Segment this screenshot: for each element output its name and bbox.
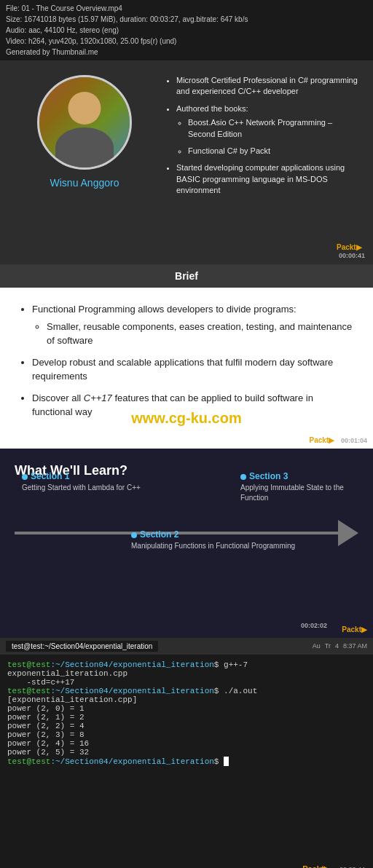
- terminal-body[interactable]: test@test:~/Section04/exponential_iterat…: [0, 655, 373, 859]
- terminal-status: Au Tr 4 8:37 AM: [313, 642, 367, 650]
- packt-watermark-learn: Packt▶ 00:02:02: [342, 626, 367, 634]
- bottom-packt-bar: Packt▶ 00:02:44: [0, 859, 373, 869]
- profile-right: Microsoft Certified Professional in C# p…: [157, 75, 361, 250]
- terminal-line-1: test@test:~/Section04/exponential_iterat…: [7, 660, 366, 678]
- profile-bullet-1: Microsoft Certified Professional in C# p…: [176, 75, 361, 98]
- profile-left: Wisnu Anggoro: [12, 75, 157, 250]
- terminal-header: test@test:~/Section04/exponential_iterat…: [0, 638, 373, 655]
- profile-bullet-3: Started developing computer applications…: [176, 162, 361, 196]
- learn-slide: What We'll Learn? Section 1 Getting Star…: [0, 449, 373, 638]
- file-info-line4: Video: h264, yuv420p, 1920x1080, 25.00 f…: [6, 36, 367, 47]
- brief-bullet-2: Develop robust and scalable applications…: [32, 355, 356, 384]
- brief-bullet-1: Functional Programming allows developers…: [32, 302, 356, 348]
- section-3-item: Section 3 Applying Immutable State to th…: [240, 471, 358, 503]
- terminal-output-1: [exponential_iteration.cpp]: [7, 695, 366, 704]
- timecode-brief: 00:01:04: [341, 437, 367, 444]
- file-info-bar: File: 01 - The Course Overview.mp4 Size:…: [0, 0, 373, 60]
- status-item-2: Tr: [325, 642, 331, 650]
- terminal-output-3: power (2, 1) = 2: [7, 713, 366, 722]
- slide-label-brief: Brief: [0, 264, 373, 288]
- watermark-cg-ku: www.cg-ku.com: [131, 410, 242, 427]
- profile-bullet-2: Authored the books: Boost.Asio C++ Netwo…: [176, 103, 361, 157]
- section2-desc: Manipulating Functions in Functional Pro…: [131, 541, 295, 551]
- brief-sub-bullet: Smaller, reusable components, eases crea…: [47, 320, 356, 348]
- terminal-output-4: power (2, 2) = 4: [7, 722, 366, 730]
- brief-slide: Functional Programming allows developers…: [0, 288, 373, 449]
- timecode-bottom: 00:02:44: [337, 865, 367, 869]
- section1-desc: Getting Started with Lambda for C++: [22, 483, 141, 493]
- terminal-line-1b: -std=c++17: [7, 678, 366, 687]
- timeline-container: Section 1 Getting Started with Lambda fo…: [15, 522, 358, 544]
- cppversion-text: C++17: [84, 392, 112, 403]
- file-info-line1: File: 01 - The Course Overview.mp4: [6, 3, 367, 14]
- file-info-line5: Generated by Thumbnail.me: [6, 47, 367, 58]
- file-info-line2: Size: 16741018 bytes (15.97 MiB), durati…: [6, 14, 367, 25]
- section-1-item: Section 1 Getting Started with Lambda fo…: [22, 471, 141, 493]
- profile-slide: Wisnu Anggoro Microsoft Certified Profes…: [0, 60, 373, 264]
- terminal-output-2: power (2, 0) = 1: [7, 704, 366, 713]
- profile-name: Wisnu Anggoro: [50, 177, 119, 189]
- section2-title: Section 2: [131, 529, 295, 540]
- section3-title: Section 3: [240, 471, 358, 481]
- packt-logo-bottom: Packt▶: [302, 864, 329, 869]
- status-time: 8:37 AM: [343, 642, 367, 650]
- terminal-cursor: [224, 757, 229, 766]
- profile-book-2: Functional C# by Packt: [188, 146, 361, 157]
- arrow-head: [338, 520, 358, 546]
- terminal-output-7: power (2, 5) = 32: [7, 748, 366, 757]
- terminal-output-5: power (2, 3) = 8: [7, 730, 366, 739]
- timecode-learn: 00:02:02: [301, 622, 327, 629]
- file-info-line3: Audio: aac, 44100 Hz, stereo (eng): [6, 25, 367, 36]
- packt-watermark-brief: Packt▶ 00:01:04: [310, 436, 368, 444]
- terminal-line-2: test@test:~/Section04/exponential_iterat…: [7, 687, 366, 695]
- packt-watermark-profile: Packt▶ 00:00:41: [337, 243, 367, 260]
- profile-book-1: Boost.Asio C++ Network Programming – Sec…: [188, 117, 361, 140]
- terminal-prompt-final: test@test:~/Section04/exponential_iterat…: [7, 757, 366, 766]
- section3-desc: Applying Immutable State to the Function: [240, 483, 358, 503]
- terminal-output-6: power (2, 4) = 16: [7, 739, 366, 748]
- timecode-profile: 00:00:41: [337, 251, 367, 260]
- avatar: [37, 75, 132, 170]
- status-item-1: Au: [313, 642, 321, 650]
- status-item-3: 4: [335, 642, 339, 650]
- terminal-tab[interactable]: test@test:~/Section04/exponential_iterat…: [6, 641, 158, 652]
- section1-title: Section 1: [22, 471, 141, 481]
- section-2-item: Section 2 Manipulating Functions in Func…: [131, 529, 295, 551]
